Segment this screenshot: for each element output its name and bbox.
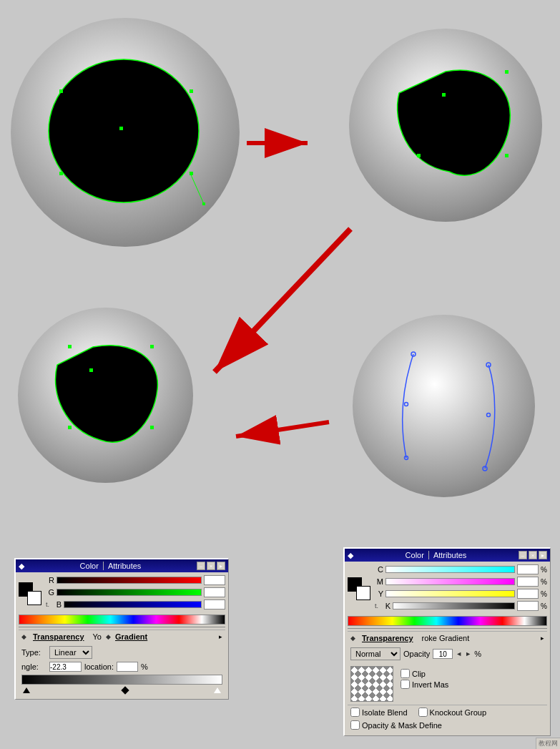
blob-bottom-left: [18, 308, 193, 483]
opacity-decrement[interactable]: ◄: [456, 650, 462, 657]
c-slider-track[interactable]: [385, 566, 515, 573]
right-panel-close[interactable]: ×: [529, 551, 537, 559]
left-panel-close[interactable]: ×: [207, 562, 215, 570]
clip-label: Clip: [412, 670, 426, 678]
left-panel-arrow: ◆: [19, 562, 24, 571]
gradient-stops: [21, 686, 222, 693]
k-percent: %: [541, 602, 547, 610]
gradient-sub-tab[interactable]: Gradient: [111, 632, 152, 642]
r-label: R: [46, 576, 54, 584]
t-label-right: t.: [375, 602, 380, 610]
svg-rect-16: [68, 345, 72, 348]
clip-invert-group: Clip Invert Mas: [401, 669, 448, 689]
g-label: G: [46, 588, 54, 597]
k-slider-track[interactable]: [393, 602, 515, 610]
gradient-panel: Type: Linear Radial ngle: location: %: [19, 643, 225, 696]
svg-rect-13: [150, 345, 154, 348]
opacity-increment[interactable]: ►: [465, 650, 471, 657]
left-panel-attributes-tab[interactable]: Attributes: [108, 562, 141, 570]
svg-point-0: [49, 59, 199, 202]
isolate-blend-label: Isolate Blend: [362, 708, 408, 717]
clip-checkbox[interactable]: [401, 669, 410, 678]
c-input[interactable]: [517, 564, 539, 574]
r-slider-row: R: [46, 575, 225, 585]
m-label: M: [375, 577, 383, 586]
right-bg-swatch[interactable]: [356, 586, 370, 600]
svg-line-25: [215, 229, 350, 372]
gradient-bar-row: [21, 675, 222, 693]
gradient-preview[interactable]: [21, 675, 222, 685]
left-panel-menu[interactable]: ▸: [217, 562, 225, 570]
yo-sub-tab[interactable]: Yo: [89, 632, 106, 642]
cmyk-sliders: C % M % Y: [375, 564, 547, 613]
m-input[interactable]: [517, 577, 539, 587]
opacity-input[interactable]: [433, 649, 453, 659]
right-panel-buttons: – × ▸: [519, 551, 547, 559]
stroke-gradient-tab[interactable]: roke Gradient: [418, 633, 474, 643]
channel-sliders: R G t. B: [46, 575, 225, 612]
svg-rect-14: [150, 426, 154, 429]
color-preview-row: R G t. B: [19, 575, 225, 612]
transparency-right-tab[interactable]: Transparency: [358, 633, 418, 643]
right-color-panel: ◆ Color Attributes – × ▸: [343, 547, 551, 736]
right-panel-body: C % M % Y: [345, 562, 550, 735]
k-input[interactable]: [517, 601, 539, 611]
watermark: 教程网: [536, 738, 560, 749]
angle-input[interactable]: [49, 662, 82, 672]
r-slider-track[interactable]: [57, 577, 202, 584]
right-panel-attributes-tab[interactable]: Attributes: [433, 551, 466, 559]
svg-rect-15: [68, 426, 72, 429]
opacity-percent: %: [474, 650, 481, 658]
gradient-options-btn[interactable]: ▸: [219, 633, 222, 640]
blend-mode-select[interactable]: Normal Multiply Screen Overlay: [350, 647, 401, 660]
spectrum-bar-left[interactable]: [19, 615, 225, 625]
y-label: Y: [375, 589, 383, 598]
divider-right: [348, 628, 547, 629]
thumbnail-checkbox-row: Clip Invert Mas: [348, 663, 547, 705]
isolate-blend-checkbox[interactable]: [350, 708, 360, 717]
transparency-options-btn[interactable]: ▸: [541, 635, 544, 642]
isolate-blend-item: Isolate Blend: [350, 708, 408, 717]
t-label-left: t.: [46, 601, 51, 608]
left-panel-minimize[interactable]: –: [197, 562, 205, 570]
b-slider-track[interactable]: [64, 601, 202, 608]
type-row: Type: Linear Radial: [21, 646, 222, 659]
svg-rect-8: [442, 93, 446, 97]
svg-line-26: [236, 422, 329, 436]
svg-rect-7: [202, 202, 205, 205]
bg-color-swatch[interactable]: [27, 591, 41, 605]
y-slider-track[interactable]: [385, 590, 515, 597]
left-panel-title: Color: [80, 562, 99, 570]
r-input[interactable]: [204, 575, 225, 585]
g-input[interactable]: [204, 587, 225, 597]
path-bottom-right: [353, 315, 535, 497]
b-slider-row: t. B: [46, 599, 225, 610]
blob-top-left: [11, 18, 240, 247]
right-panel-menu[interactable]: ▸: [539, 551, 547, 559]
knockout-group-label: Knockout Group: [430, 708, 487, 717]
right-panel-minimize[interactable]: –: [519, 551, 527, 559]
g-slider-row: G: [46, 587, 225, 597]
c-percent: %: [541, 566, 547, 574]
gradient-stop-right[interactable]: [214, 687, 221, 693]
gradient-stop-left[interactable]: [23, 687, 30, 693]
m-slider-track[interactable]: [385, 578, 515, 585]
percent-label: %: [141, 662, 148, 671]
invert-checkbox-item: Invert Mas: [401, 680, 448, 689]
g-slider-track[interactable]: [57, 589, 202, 596]
type-select[interactable]: Linear Radial: [49, 646, 92, 659]
y-input[interactable]: [517, 589, 539, 599]
spectrum-bar-right[interactable]: [348, 616, 547, 626]
left-sub-tabs: ◆ Transparency Yo ◆ Gradient ▸: [19, 630, 225, 643]
location-input[interactable]: [117, 662, 138, 672]
right-panel-title: Color: [406, 551, 424, 559]
b-input[interactable]: [204, 599, 225, 610]
gradient-diamond[interactable]: [121, 686, 129, 694]
opacity-mask-checkbox[interactable]: [350, 720, 360, 730]
svg-rect-4: [59, 172, 63, 175]
invert-checkbox[interactable]: [401, 680, 410, 689]
knockout-group-checkbox[interactable]: [418, 708, 428, 717]
transparency-sub-tab[interactable]: Transparency: [29, 632, 89, 642]
svg-rect-11: [417, 154, 421, 157]
svg-rect-10: [505, 154, 509, 157]
